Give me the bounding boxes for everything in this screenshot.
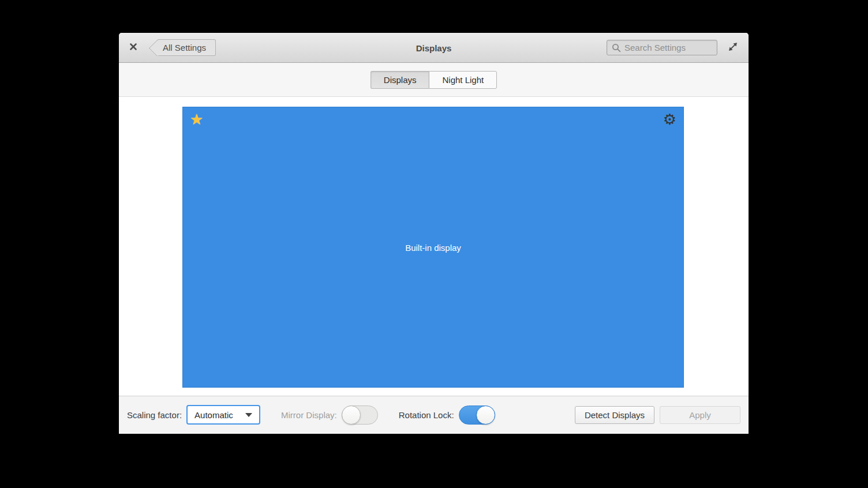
search-field[interactable] — [607, 40, 717, 55]
toggle-knob — [476, 406, 495, 425]
page-title: Displays — [416, 43, 452, 52]
rotation-lock-label: Rotation Lock: — [399, 410, 454, 420]
all-settings-back-button[interactable]: All Settings — [157, 39, 216, 56]
close-button[interactable] — [127, 42, 140, 54]
maximize-button[interactable] — [725, 40, 740, 55]
tab-night-light-label: Night Light — [442, 75, 484, 85]
detect-displays-button[interactable]: Detect Displays — [575, 406, 654, 424]
detect-displays-label: Detect Displays — [585, 410, 645, 420]
primary-display-star-icon: ★ — [190, 108, 203, 130]
chevron-down-icon — [245, 413, 252, 417]
toggle-knob — [342, 406, 361, 425]
scaling-factor-value: Automatic — [194, 410, 233, 420]
mirror-display-toggle[interactable] — [342, 406, 378, 425]
settings-window: All Settings Displays — [119, 33, 749, 434]
tab-night-light[interactable]: Night Light — [429, 71, 497, 89]
tab-displays-label: Displays — [384, 75, 417, 85]
display-arrangement-area: ★ ⚙ Built-in display — [119, 97, 749, 396]
rotation-lock-toggle[interactable] — [459, 406, 495, 425]
expand-diagonal-icon — [728, 42, 738, 54]
tab-displays[interactable]: Displays — [371, 71, 429, 89]
view-switcher: Displays Night Light — [119, 63, 749, 97]
search-icon — [612, 43, 621, 52]
mirror-display-label: Mirror Display: — [281, 410, 337, 420]
back-button-label: All Settings — [163, 43, 206, 52]
scaling-factor-label: Scaling factor: — [127, 410, 182, 420]
display-name-label: Built-in display — [183, 242, 683, 252]
header-bar: All Settings Displays — [119, 33, 749, 63]
scaling-factor-dropdown[interactable]: Automatic — [186, 405, 260, 425]
apply-button[interactable]: Apply — [660, 406, 740, 424]
display-settings-gear-icon[interactable]: ⚙ — [663, 108, 676, 130]
action-bar: Scaling factor: Automatic Mirror Display… — [119, 396, 749, 433]
close-icon — [129, 43, 137, 53]
search-input[interactable] — [624, 43, 712, 52]
apply-label: Apply — [689, 410, 711, 420]
display-preview-built-in[interactable]: ★ ⚙ Built-in display — [182, 107, 684, 388]
